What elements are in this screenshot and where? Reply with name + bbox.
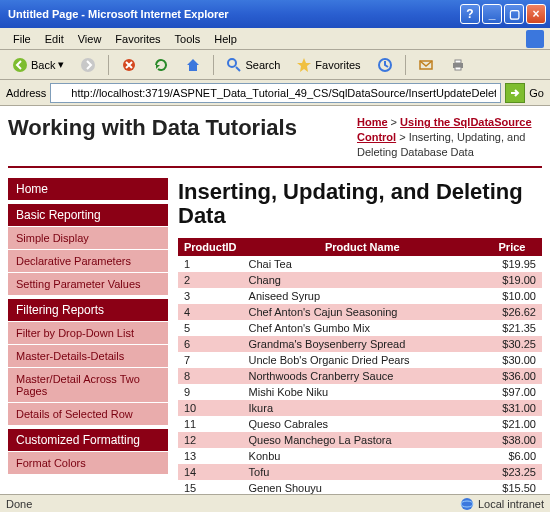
minimize-button[interactable]: _: [482, 4, 502, 24]
print-button[interactable]: [444, 54, 472, 76]
cell-price: $6.00: [482, 448, 542, 464]
sidebar-item-setting-parameter-values[interactable]: Setting Parameter Values: [8, 272, 168, 295]
cell-name: Chef Anton's Gumbo Mix: [243, 320, 482, 336]
status-right: Local intranet: [460, 497, 544, 511]
cell-id: 12: [178, 432, 243, 448]
refresh-icon: [153, 57, 169, 73]
col-price: Price: [482, 238, 542, 256]
go-arrow-icon: [509, 87, 521, 99]
go-label: Go: [529, 87, 544, 99]
sidebar-header-basic-reporting[interactable]: Basic Reporting: [8, 204, 168, 226]
svg-point-1: [81, 58, 95, 72]
cell-name: Uncle Bob's Organic Dried Pears: [243, 352, 482, 368]
cell-price: $30.25: [482, 336, 542, 352]
go-button[interactable]: [505, 83, 525, 103]
cell-price: $36.00: [482, 368, 542, 384]
cell-id: 3: [178, 288, 243, 304]
help-button[interactable]: ?: [460, 4, 480, 24]
page-title: Working with Data Tutorials: [8, 115, 341, 141]
cell-name: Tofu: [243, 464, 482, 480]
sidebar-item-filter-dropdown[interactable]: Filter by Drop-Down List: [8, 321, 168, 344]
breadcrumb: Home > Using the SqlDataSource Control >…: [357, 115, 542, 160]
sidebar-item-master-details[interactable]: Master-Details-Details: [8, 344, 168, 367]
products-grid: ProductID Product Name Price 1Chai Tea$1…: [178, 238, 542, 494]
search-icon: [226, 57, 242, 73]
cell-id: 8: [178, 368, 243, 384]
cell-name: Chai Tea: [243, 256, 482, 272]
sidebar: Home Basic Reporting Simple Display Decl…: [8, 174, 168, 494]
stop-button[interactable]: [115, 54, 143, 76]
menu-edit[interactable]: Edit: [38, 31, 71, 47]
content-title: Inserting, Updating, and Deleting Data: [178, 180, 542, 228]
sidebar-item-details-selected-row[interactable]: Details of Selected Row: [8, 402, 168, 425]
window-buttons: ? _ ▢ ×: [460, 4, 546, 24]
table-row: 13Konbu$6.00: [178, 448, 542, 464]
menu-help[interactable]: Help: [207, 31, 244, 47]
print-icon: [450, 57, 466, 73]
mail-button[interactable]: [412, 54, 440, 76]
cell-name: Northwoods Cranberry Sauce: [243, 368, 482, 384]
sidebar-item-simple-display[interactable]: Simple Display: [8, 226, 168, 249]
sidebar-item-format-colors[interactable]: Format Colors: [8, 451, 168, 474]
history-button[interactable]: [371, 54, 399, 76]
search-button[interactable]: Search: [220, 54, 286, 76]
table-row: 11Queso Cabrales$21.00: [178, 416, 542, 432]
menubar: File Edit View Favorites Tools Help: [0, 28, 550, 50]
cell-name: Chang: [243, 272, 482, 288]
separator: [213, 55, 214, 75]
favorites-label: Favorites: [315, 59, 360, 71]
table-row: 2Chang$19.00: [178, 272, 542, 288]
cell-price: $21.35: [482, 320, 542, 336]
cell-price: $10.00: [482, 288, 542, 304]
star-icon: [296, 57, 312, 73]
cell-name: Konbu: [243, 448, 482, 464]
table-row: 1Chai Tea$19.95: [178, 256, 542, 272]
address-input[interactable]: [50, 83, 501, 103]
sidebar-item-master-detail-two-pages[interactable]: Master/Detail Across Two Pages: [8, 367, 168, 402]
status-left: Done: [6, 498, 32, 510]
back-label: Back: [31, 59, 55, 71]
address-label: Address: [6, 87, 46, 99]
menu-tools[interactable]: Tools: [168, 31, 208, 47]
back-icon: [12, 57, 28, 73]
maximize-button[interactable]: ▢: [504, 4, 524, 24]
table-row: 14Tofu$23.25: [178, 464, 542, 480]
sidebar-item-home[interactable]: Home: [8, 178, 168, 200]
back-button[interactable]: Back ▾: [6, 54, 70, 76]
status-bar: Done Local intranet: [0, 494, 550, 512]
cell-id: 1: [178, 256, 243, 272]
browser-viewport[interactable]: Working with Data Tutorials Home > Using…: [0, 106, 550, 494]
table-row: 6Grandma's Boysenberry Spread$30.25: [178, 336, 542, 352]
cell-name: Queso Cabrales: [243, 416, 482, 432]
main-content: Inserting, Updating, and Deleting Data P…: [178, 174, 542, 494]
menu-favorites[interactable]: Favorites: [108, 31, 167, 47]
svg-rect-8: [455, 67, 461, 70]
cell-id: 6: [178, 336, 243, 352]
home-button[interactable]: [179, 54, 207, 76]
zone-icon: [460, 497, 474, 511]
cell-name: Grandma's Boysenberry Spread: [243, 336, 482, 352]
refresh-button[interactable]: [147, 54, 175, 76]
menu-file[interactable]: File: [6, 31, 38, 47]
favorites-button[interactable]: Favorites: [290, 54, 366, 76]
table-row: 10Ikura$31.00: [178, 400, 542, 416]
cell-price: $31.00: [482, 400, 542, 416]
cell-price: $19.00: [482, 272, 542, 288]
cell-price: $97.00: [482, 384, 542, 400]
sidebar-header-customized-formatting[interactable]: Customized Formatting: [8, 429, 168, 451]
svg-point-3: [228, 59, 236, 67]
home-icon: [185, 57, 201, 73]
chevron-down-icon: ▾: [58, 58, 64, 71]
cell-id: 13: [178, 448, 243, 464]
menu-view[interactable]: View: [71, 31, 109, 47]
cell-id: 11: [178, 416, 243, 432]
close-button[interactable]: ×: [526, 4, 546, 24]
col-productid: ProductID: [178, 238, 243, 256]
forward-button[interactable]: [74, 54, 102, 76]
window-title: Untitled Page - Microsoft Internet Explo…: [4, 8, 460, 20]
sidebar-item-declarative-parameters[interactable]: Declarative Parameters: [8, 249, 168, 272]
table-row: 4Chef Anton's Cajun Seasoning$26.62: [178, 304, 542, 320]
sidebar-header-filtering-reports[interactable]: Filtering Reports: [8, 299, 168, 321]
breadcrumb-home[interactable]: Home: [357, 116, 388, 128]
separator: [108, 55, 109, 75]
